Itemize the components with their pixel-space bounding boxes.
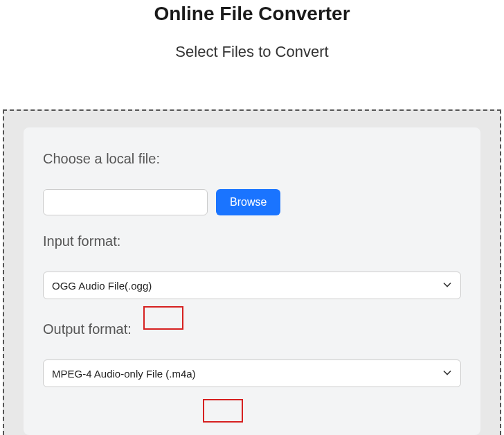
choose-file-label: Choose a local file: [43,151,461,167]
input-format-label: Input format: [43,233,461,249]
browse-button[interactable]: Browse [216,189,280,215]
output-format-wrap: MPEG-4 Audio-only File (.m4a) [43,359,461,387]
file-row: Browse [43,189,461,215]
output-format-label: Output format: [43,321,461,337]
output-format-select[interactable]: MPEG-4 Audio-only File (.m4a) [43,359,461,387]
input-format-select[interactable]: OGG Audio File(.ogg) [43,272,461,299]
page-subtitle: Select Files to Convert [0,43,504,61]
form-card: Choose a local file: Browse Input format… [24,127,480,435]
input-format-wrap: OGG Audio File(.ogg) [43,272,461,299]
page-title: Online File Converter [0,3,504,25]
upload-panel: Choose a local file: Browse Input format… [3,109,501,435]
file-input[interactable] [43,189,208,215]
